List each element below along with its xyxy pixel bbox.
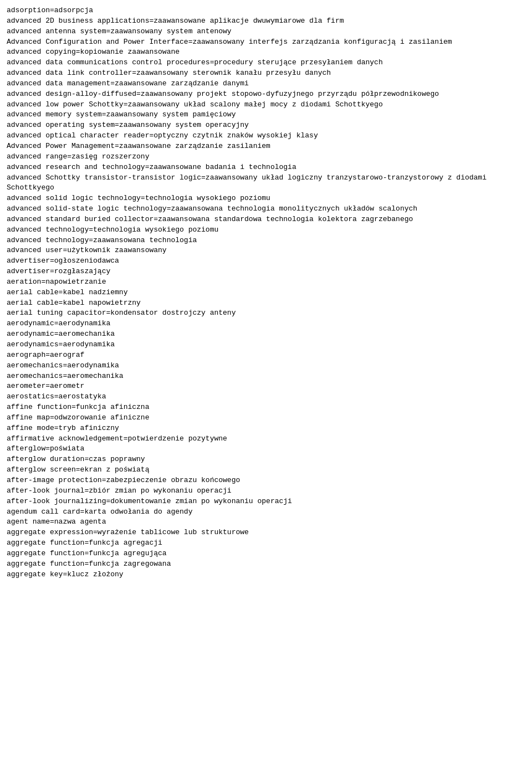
dictionary-content: adsorption=adsorpcja advanced 2D busines… [7,6,525,580]
